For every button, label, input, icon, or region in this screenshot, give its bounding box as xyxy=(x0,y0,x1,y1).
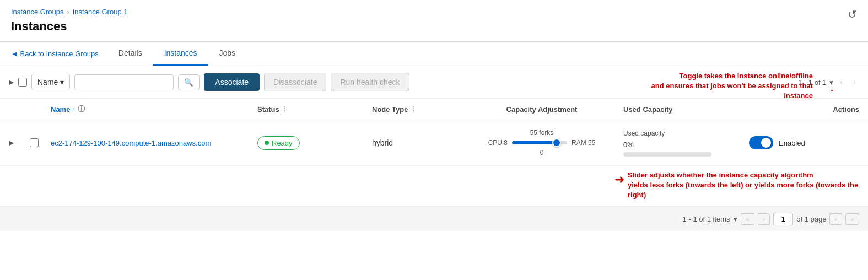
table-row: ▶ ec2-174-129-100-149.compute-1.amazonaw… xyxy=(0,120,868,166)
table-header: Name ↑ ⓘ Status ⋮ Node Type ⋮ Capacity A… xyxy=(0,99,868,120)
used-capacity-label: Used capacity xyxy=(623,130,745,137)
capacity-adjustment-cell: 55 forks CPU 8 RAM 55 0 xyxy=(465,129,619,157)
status-label: Ready xyxy=(272,139,293,147)
toggle-annotation-text: Toggle takes the instance online/offline… xyxy=(651,72,813,100)
page-title: Instances xyxy=(0,18,868,41)
actions-cell: Enabled xyxy=(749,136,859,149)
used-percent: 0% xyxy=(623,141,745,149)
expand-icon[interactable]: ▶ xyxy=(9,78,14,86)
search-button[interactable]: 🔍 xyxy=(178,74,200,90)
next-page-button[interactable]: › xyxy=(850,76,859,88)
tab-jobs[interactable]: Jobs xyxy=(208,42,247,66)
col-status: Status xyxy=(257,105,279,114)
name-filter-chevron: ▾ xyxy=(60,78,64,87)
filter-status-icon[interactable]: ⋮ xyxy=(282,106,288,113)
bottom-range-chevron[interactable]: ▾ xyxy=(734,215,737,223)
disassociate-button[interactable]: Disassociate xyxy=(264,73,326,91)
select-all-checkbox[interactable] xyxy=(18,78,27,87)
breadcrumb-separator: › xyxy=(67,8,69,16)
name-filter-label: Name xyxy=(37,78,58,87)
used-capacity-cell: Used capacity 0% xyxy=(623,130,745,157)
sort-name-icon[interactable]: ↑ xyxy=(72,106,76,112)
row-checkbox[interactable] xyxy=(30,138,39,147)
ram-label: RAM 55 xyxy=(572,139,595,147)
node-type-cell: hybrid xyxy=(372,138,460,147)
col-node-type: Node Type xyxy=(372,105,408,114)
bottom-pagination: 1 - 1 of 1 items ▾ « ‹ of 1 page › » xyxy=(0,207,868,231)
next-bottom-button[interactable]: › xyxy=(829,213,842,225)
tab-bar: ◄ Back to Instance Groups Details Instan… xyxy=(0,42,868,66)
associate-button[interactable]: Associate xyxy=(204,73,260,91)
filter-node-type-icon[interactable]: ⋮ xyxy=(411,106,417,113)
enable-toggle[interactable] xyxy=(749,136,773,149)
prev-page-button[interactable]: ‹ xyxy=(837,76,846,88)
col-capacity-adjustment: Capacity Adjustment xyxy=(506,105,578,114)
progress-bar xyxy=(623,152,711,157)
enabled-label: Enabled xyxy=(779,139,805,147)
run-health-check-button[interactable]: Run health check xyxy=(331,73,409,91)
history-button[interactable]: ↺ xyxy=(848,8,857,21)
name-filter-dropdown[interactable]: Name ▾ xyxy=(31,74,70,90)
prev-bottom-button[interactable]: ‹ xyxy=(758,213,770,225)
col-actions: Actions xyxy=(833,105,859,114)
tab-instances[interactable]: Instances xyxy=(153,42,208,66)
breadcrumb-current: Instance Group 1 xyxy=(73,8,128,16)
capacity-slider[interactable] xyxy=(512,141,567,144)
status-dot xyxy=(265,141,269,145)
first-page-button[interactable]: « xyxy=(741,213,754,225)
bottom-range-text: 1 - 1 of 1 items xyxy=(683,215,730,223)
status-cell: Ready xyxy=(257,136,368,150)
back-to-instance-groups-tab[interactable]: ◄ Back to Instance Groups xyxy=(11,43,107,64)
search-input[interactable] xyxy=(74,74,174,90)
col-name: Name xyxy=(51,105,70,114)
page-number-input[interactable] xyxy=(773,213,793,225)
zero-label: 0 xyxy=(540,149,544,157)
cpu-label: CPU 8 xyxy=(488,139,508,147)
breadcrumb-parent[interactable]: Instance Groups xyxy=(11,8,63,16)
row-expand-icon[interactable]: ▶ xyxy=(9,139,25,147)
tab-details[interactable]: Details xyxy=(107,42,153,66)
of-page-text: of 1 page xyxy=(796,215,826,223)
info-icon: ⓘ xyxy=(78,104,85,114)
slider-annotation-text: Slider adjusts whether the instance capa… xyxy=(628,171,858,199)
toggle-knob xyxy=(761,138,771,148)
col-used-capacity: Used Capacity xyxy=(623,105,673,114)
forks-label: 55 forks xyxy=(530,129,554,137)
last-page-button[interactable]: » xyxy=(845,213,859,225)
instance-link[interactable]: ec2-174-129-100-149.compute-1.amazonaws.… xyxy=(51,139,253,147)
